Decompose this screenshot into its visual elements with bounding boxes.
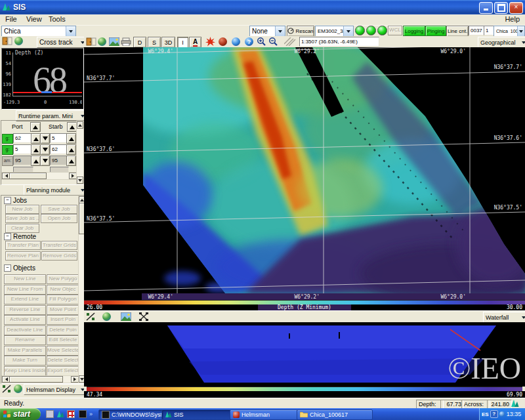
remote-section-header[interactable]: − Remote: [4, 233, 36, 240]
tray-language[interactable]: ES: [482, 411, 489, 417]
close-button[interactable]: ×: [509, 2, 523, 14]
line-cnt-button[interactable]: Line cnt.: [446, 26, 469, 37]
menu-tools[interactable]: Tools: [49, 15, 66, 23]
remove-grids-button: Remove Grids: [41, 251, 77, 261]
maximize-button[interactable]: [494, 2, 508, 14]
menu-help[interactable]: Help: [505, 15, 520, 23]
hatch-grid-icon[interactable]: [284, 37, 296, 47]
view-i-button[interactable]: I: [177, 37, 188, 48]
ship-combo[interactable]: Chica: [1, 26, 76, 37]
collapse-icon[interactable]: −: [4, 197, 11, 204]
spin-up[interactable]: [31, 156, 41, 166]
menu-file[interactable]: File: [5, 15, 17, 23]
objects-section-header[interactable]: − Objects: [4, 264, 35, 272]
task-sis-window[interactable]: SIS: [161, 410, 234, 420]
minimize-button[interactable]: [479, 2, 493, 14]
printer-icon[interactable]: [121, 37, 131, 47]
globe-icon[interactable]: [232, 37, 240, 46]
tray-network-icon[interactable]: [499, 411, 505, 417]
scroll-down-icon[interactable]: [77, 177, 83, 184]
waterfall-frame: Waterfall ©IEO 47.34 69.90: [84, 310, 525, 398]
spin-up[interactable]: [66, 133, 76, 144]
pinging-button[interactable]: Pinging: [425, 26, 446, 36]
scale-max: 30.00: [507, 304, 522, 310]
start-button[interactable]: start: [0, 408, 41, 420]
tray-help-icon[interactable]: ?: [490, 410, 498, 418]
spin-up[interactable]: [66, 156, 76, 166]
waterfall-swath[interactable]: ©IEO: [84, 322, 525, 387]
help-icon[interactable]: ?: [245, 37, 253, 46]
status-message: Ready.: [4, 400, 24, 407]
geo-view-combo[interactable]: Geographical: [478, 37, 525, 48]
task-cmd-window[interactable]: C:\WINDOWS\Syste...: [98, 410, 165, 420]
logging-button[interactable]: Logging: [403, 26, 425, 36]
lat-label-right: N36°37.5': [494, 205, 522, 211]
spin-up[interactable]: [66, 144, 76, 155]
earth-icon[interactable]: [14, 37, 23, 45]
jobs-section-header[interactable]: − Jobs: [4, 197, 27, 204]
door-icon[interactable]: [2, 37, 12, 47]
quicklaunch-app-icon[interactable]: [46, 410, 54, 418]
zoom-in-icon[interactable]: [257, 37, 266, 48]
spin-down[interactable]: [40, 156, 50, 166]
measure-icon[interactable]: [86, 312, 95, 322]
combo-arrow-icon[interactable]: [275, 26, 285, 36]
planning-h-scrollbar[interactable]: [1, 375, 79, 383]
task-helmsman-window[interactable]: Helmsman: [230, 410, 301, 420]
helmsman-display-combo[interactable]: Helmsman Display: [24, 384, 87, 395]
starb-header: Starb: [49, 123, 63, 130]
earth-icon[interactable]: [14, 385, 22, 393]
combo-arrow-icon[interactable]: [517, 26, 524, 36]
view-s-button[interactable]: S: [148, 37, 161, 48]
survey-combo[interactable]: Chica_100617: [494, 26, 525, 37]
delete-selected-button: Delete Select: [47, 356, 79, 366]
tray-clock[interactable]: 13:35: [507, 411, 522, 417]
quicklaunch-sis-icon[interactable]: [56, 410, 64, 418]
sounder-combo[interactable]: EM3002_345: [315, 26, 354, 37]
move-point-button: Move Point: [47, 305, 79, 315]
quicklaunch-cmd-icon[interactable]: [79, 410, 87, 418]
new-job-button: New Job: [5, 205, 39, 214]
quicklaunch-grid-icon[interactable]: [67, 410, 75, 418]
spin-up[interactable]: [31, 144, 41, 155]
spin-down[interactable]: [40, 133, 50, 144]
collapse-icon[interactable]: −: [4, 233, 11, 240]
scale-position-field[interactable]: 1:3507 (36.63N, -6.49E): [299, 37, 379, 47]
combo-arrow-icon[interactable]: [66, 26, 75, 36]
across-value: 241.80: [487, 400, 512, 409]
bathymetry-map[interactable]: W6°29.4' W6°29.2' W6°29.0' W6°29.4' W6°2…: [84, 47, 525, 300]
image-icon[interactable]: [109, 37, 119, 47]
view-3d-button[interactable]: 3D: [161, 37, 175, 48]
expand-icon[interactable]: [139, 312, 148, 322]
rescan-button[interactable]: Rescan: [287, 26, 314, 37]
windows-flag-icon: [3, 409, 11, 419]
combo-arrow-icon[interactable]: [343, 26, 353, 36]
make-parallels-button: Make Parallels: [4, 346, 46, 356]
zoom-out-icon[interactable]: [268, 37, 278, 48]
runtime-h-scrollbar[interactable]: [1, 172, 77, 180]
overlay-combo[interactable]: None: [249, 26, 285, 37]
planning-module-combo[interactable]: Planning module: [24, 184, 87, 196]
scroll-up-icon[interactable]: [77, 121, 83, 129]
quicklaunch-chevron-icon[interactable]: »: [89, 411, 93, 417]
image-icon[interactable]: [121, 312, 131, 322]
lat-label-left: N36°37.6': [87, 146, 115, 152]
frame-view-combo[interactable]: Cross track: [37, 37, 87, 48]
runtime-v-scrollbar[interactable]: [76, 121, 84, 184]
menu-view[interactable]: View: [26, 15, 42, 23]
view-d-button[interactable]: D: [133, 37, 146, 48]
port-spin-up[interactable]: [30, 122, 41, 132]
annotate-button[interactable]: A: [189, 37, 201, 48]
sun-burst-icon[interactable]: [205, 37, 215, 48]
measure-icon[interactable]: [2, 385, 11, 394]
param-label-badge: am:: [2, 156, 13, 166]
spin-up[interactable]: [31, 133, 41, 144]
earth-icon[interactable]: [98, 37, 106, 46]
collapse-icon[interactable]: −: [4, 264, 11, 272]
sphere-icon[interactable]: [219, 37, 227, 46]
earth-icon[interactable]: [102, 312, 111, 321]
task-chica-folder[interactable]: Chica_100617: [297, 410, 373, 420]
spin-down[interactable]: [40, 144, 50, 155]
door-icon[interactable]: [86, 37, 96, 47]
waterfall-view-combo[interactable]: Waterfall: [483, 312, 525, 323]
